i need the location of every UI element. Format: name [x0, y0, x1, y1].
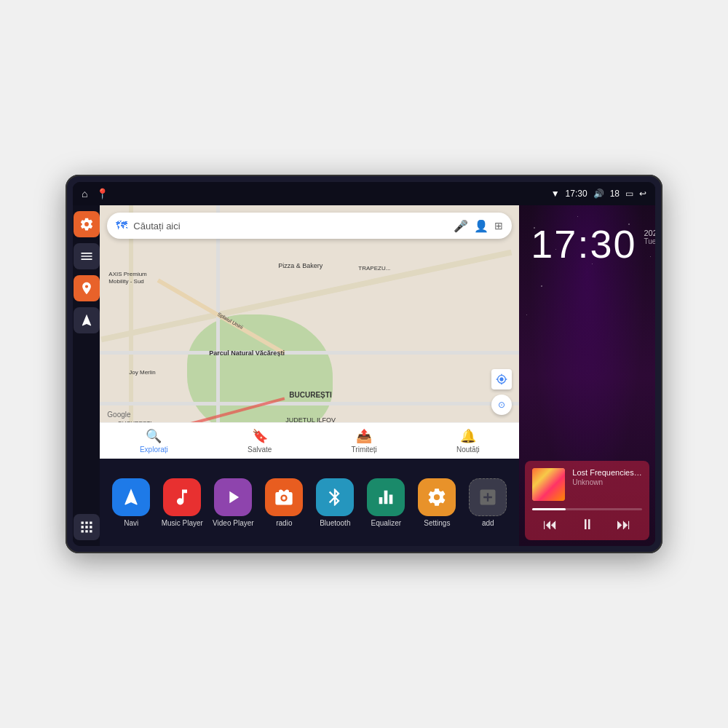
road-vertical-2 [216, 205, 220, 459]
status-left: ⌂ 📍 [82, 188, 108, 199]
music-icon [163, 478, 201, 516]
main-content: AXIS Premium Mobility - Sud Pizza & Bake… [73, 205, 655, 546]
music-player: Lost Frequencies_Janie... Unknown ⏮ ⏸ ⏭ [525, 461, 649, 540]
music-progress-fill [532, 508, 565, 510]
news-label: Noutăți [456, 446, 480, 454]
app-grid: Navi Music Player Video Player [100, 459, 519, 546]
send-label: Trimiteți [352, 446, 377, 454]
map-nav-news[interactable]: 🔔 Noutăți [456, 428, 480, 454]
sidebar-files[interactable] [74, 243, 100, 269]
center-area: AXIS Premium Mobility - Sud Pizza & Bake… [100, 205, 519, 546]
map-search-text: Căutați aici [133, 221, 448, 232]
sidebar-settings[interactable] [74, 211, 100, 237]
right-panel: 17:30 2023/12/12 Tuesday [519, 205, 655, 546]
google-logo: Google [107, 411, 130, 419]
explore-label: Explorați [140, 446, 168, 454]
sidebar-apps[interactable] [74, 514, 100, 540]
settings-icon-bg [418, 478, 456, 516]
layers-icon[interactable]: ⊞ [494, 220, 503, 232]
music-label: Music Player [162, 519, 203, 527]
saved-icon: 🔖 [252, 428, 268, 444]
wifi-icon: ▼ [551, 189, 560, 199]
back-icon[interactable]: ↩ [639, 189, 646, 199]
my-location-button[interactable] [491, 369, 512, 389]
map-nav-send[interactable]: 📤 Trimiteți [352, 428, 377, 454]
map-label-parcul: Parcul Natural Văcărești [209, 349, 285, 357]
map-label-axis: AXIS Premium [108, 271, 146, 277]
app-navi[interactable]: Navi [106, 478, 157, 527]
equalizer-icon-bg [367, 478, 405, 516]
map-label-axis2: Mobility - Sud [108, 278, 143, 285]
battery-level: 18 [610, 189, 620, 199]
prev-button[interactable]: ⏮ [543, 516, 558, 533]
bluetooth-icon-bg [316, 478, 354, 516]
pause-button[interactable]: ⏸ [580, 516, 595, 533]
sidebar-navigation[interactable] [74, 307, 100, 333]
clock-date-display: 2023/12/12 Tuesday [644, 223, 655, 245]
map-area: AXIS Premium Mobility - Sud Pizza & Bake… [100, 205, 519, 459]
explore-icon: 🔍 [146, 428, 162, 444]
map-label-merlin: Joy Merlin [129, 369, 155, 376]
clock-date: 2023/12/12 [644, 229, 655, 237]
next-button[interactable]: ⏭ [617, 516, 631, 533]
app-radio[interactable]: radio [258, 478, 309, 527]
battery-icon: ▭ [625, 189, 633, 199]
app-music[interactable]: Music Player [157, 478, 207, 527]
music-title: Lost Frequencies_Janie... [572, 468, 642, 477]
status-right: ▼ 17:30 🔊 18 ▭ ↩ [551, 189, 646, 199]
settings-label: Settings [424, 519, 450, 527]
volume-icon: 🔊 [593, 189, 604, 199]
sidebar [73, 205, 100, 546]
map-bottom-nav: 🔍 Explorați 🔖 Salvate 📤 Trimiteți � [100, 422, 519, 459]
road-horizontal-3 [100, 402, 519, 405]
screen: ⌂ 📍 ▼ 17:30 🔊 18 ▭ ↩ [73, 182, 655, 546]
map-nav-explore[interactable]: 🔍 Explorați [140, 428, 168, 454]
app-equalizer[interactable]: Equalizer [360, 478, 411, 527]
map-label-pizza: Pizza & Bakery [278, 262, 323, 269]
add-icon-bg [469, 478, 507, 516]
map-label-trapez: TRAPEZU... [358, 265, 390, 272]
clock-day: Tuesday [644, 237, 655, 245]
clock-time-display: 17:30 [531, 223, 636, 266]
maps-status-icon[interactable]: 📍 [96, 188, 108, 199]
status-time: 17:30 [566, 189, 587, 199]
news-icon: 🔔 [460, 428, 476, 444]
music-progress-bar[interactable] [532, 508, 642, 510]
status-bar: ⌂ 📍 ▼ 17:30 🔊 18 ▭ ↩ [73, 182, 655, 205]
music-artist: Unknown [572, 478, 642, 486]
add-label: add [482, 519, 494, 527]
road-horizontal-2 [100, 351, 519, 355]
map-nav-saved[interactable]: 🔖 Salvate [248, 428, 272, 454]
video-icon [214, 478, 252, 516]
home-icon[interactable]: ⌂ [82, 188, 87, 199]
map-label-buc: BUCUREȘTI [289, 391, 331, 399]
map-search-bar[interactable]: 🗺 Căutați aici 🎤 👤 ⊞ [107, 213, 512, 239]
radio-label: radio [276, 519, 292, 527]
music-controls: ⏮ ⏸ ⏭ [532, 516, 642, 533]
navi-icon [112, 478, 150, 516]
bluetooth-label: Bluetooth [320, 519, 350, 527]
radio-icon [265, 478, 303, 516]
account-icon[interactable]: 👤 [474, 219, 488, 233]
app-add[interactable]: add [462, 478, 513, 527]
album-art-inner [532, 468, 565, 501]
voice-search-icon[interactable]: 🎤 [454, 219, 468, 233]
app-settings[interactable]: Settings [411, 478, 462, 527]
equalizer-label: Equalizer [371, 519, 401, 527]
google-maps-icon: 🗺 [116, 219, 127, 232]
navi-label: Navi [124, 519, 138, 527]
app-video[interactable]: Video Player [207, 478, 258, 527]
sidebar-maps[interactable] [74, 275, 100, 301]
music-info: Lost Frequencies_Janie... Unknown [532, 468, 642, 501]
saved-label: Salvate [248, 446, 272, 454]
video-label: Video Player [213, 519, 254, 527]
send-icon: 📤 [356, 428, 372, 444]
music-text: Lost Frequencies_Janie... Unknown [572, 468, 642, 486]
app-bluetooth[interactable]: Bluetooth [309, 478, 360, 527]
album-art [532, 468, 565, 501]
device: ⌂ 📍 ▼ 17:30 🔊 18 ▭ ↩ [66, 175, 662, 553]
clock-section: 17:30 2023/12/12 Tuesday [519, 205, 655, 455]
